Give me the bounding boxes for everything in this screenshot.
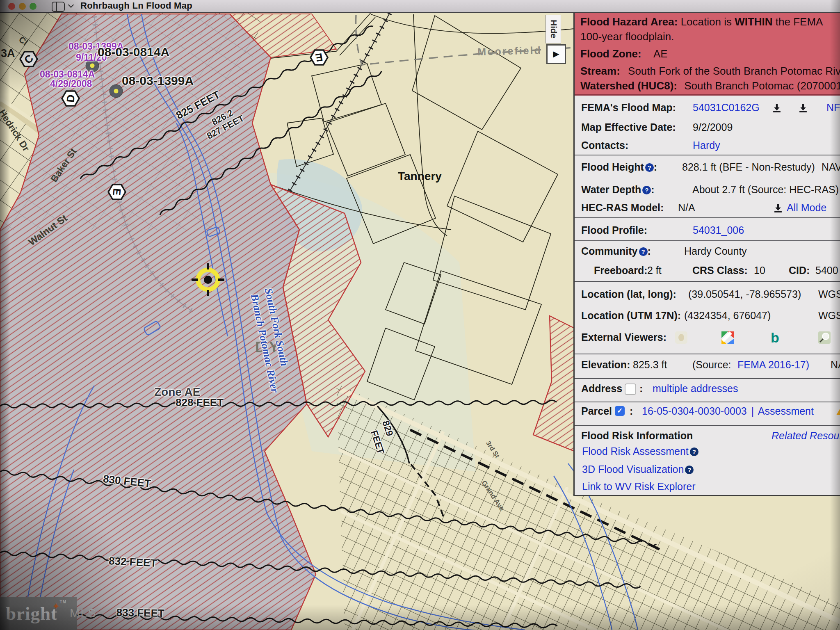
effective-date-label: Map Effective Date: [581,121,676,133]
elevation-label: Elevation: [581,359,630,371]
streetview-icon[interactable] [675,331,687,344]
map-label-3a: 3A [1,47,15,60]
expand-panel-button[interactable]: ▶ [546,44,566,64]
sidebar-toggle-icon[interactable] [52,2,65,12]
flood-3d-visualization-link[interactable]: 3D Flood Visualization [582,463,684,475]
traffic-light-close[interactable] [8,3,15,10]
hazard-area-label: Flood Hazard Area: [580,16,678,28]
contacts-link[interactable]: Hardy [693,139,720,151]
flood-zone-row: Flood Zone: AE [580,48,668,60]
crs-class-label: CRS Class: [692,265,748,276]
hec-ras-row: HEC-RAS Model: N/A All Mode [575,202,840,217]
nfhl-link[interactable]: NFHL [826,102,840,114]
divider [575,425,840,426]
stream-row: Stream: South Fork of the South Branch P… [580,65,840,78]
contacts-row: Contacts: Hardy [575,139,840,154]
divider [575,378,840,379]
assessment-link[interactable]: Assessment [758,405,814,417]
help-icon[interactable]: ? [642,186,651,194]
flood-profile-link[interactable]: 54031_006 [693,224,744,236]
help-icon[interactable]: ? [685,466,694,474]
wv-risk-explorer-link[interactable]: Link to WV Risk Explorer [582,481,695,493]
map-effective-date-row: Map Effective Date: 9/2/2009 [575,121,840,136]
fema-flood-map-row: FEMA's Flood Map: 54031C0162G NFHL [575,102,840,116]
colon: : [630,405,633,417]
elevation-value: 825.3 ft [633,359,667,371]
play-icon: ▶ [553,49,559,58]
flood-zone-value: AE [653,48,668,60]
water-depth-label-text: Water Depth [581,184,641,195]
moorefield-label: Moorefield [477,44,542,58]
cid-value: 5400 [815,265,838,276]
contacts-label: Contacts: [581,139,628,151]
help-icon[interactable]: ? [690,447,698,456]
colon: : [648,245,651,257]
divider [575,155,840,155]
colon: : [654,161,657,173]
elevation-833-label: 833 FEET [116,606,164,620]
window-title: Rohrbaugh Ln Flood Map [80,0,192,11]
location-utm-datum: WGS [818,310,840,322]
fema-flood-map-link[interactable]: 54031C0162G [693,102,760,114]
location-utm-value: (4324354, 676047) [684,310,771,322]
location-latlong-row: Location (lat, long): (39.050541, -78.96… [575,288,840,303]
help-icon[interactable]: ? [645,163,654,172]
parcel-separator: | [751,405,754,417]
flood-height-value: 828.1 ft (BFE - Non-Restudy) [682,161,815,173]
flood-height-datum: NAVD8 [822,161,840,173]
stream-value: South Fork of the South Branch Potomac R… [628,65,840,77]
google-maps-icon[interactable] [721,331,734,344]
hec-ras-label: HEC-RAS Model: [581,202,664,214]
hide-panel-button[interactable]: Hide [546,15,561,43]
stream-label: Stream: [580,65,620,77]
traffic-light-zoom[interactable] [30,3,37,10]
community-label: Community?: [581,245,651,257]
download-icon[interactable] [774,203,782,211]
fema-flood-map-label: FEMA's Flood Map: [581,102,676,114]
flood-risk-heading: Flood Risk Information [581,430,693,442]
bright-mls-watermark: bright✦TM MLS [0,597,77,630]
hazard-area-post: the FEMA [776,16,823,28]
sparkle-icon: ✦ [52,601,60,611]
community-label-text: Community [581,245,638,257]
all-models-link[interactable]: All Mode [787,202,826,214]
related-resources-link[interactable]: Related Resour [772,430,840,442]
bing-maps-icon[interactable]: b [771,331,783,344]
parcel-label: Parcel [581,405,612,417]
help-icon[interactable]: ? [639,247,648,256]
location-latlong-value: (39.050541, -78.965573) [688,288,801,300]
elevation-row: Elevation: 825.3 ft (Source: FEMA 2016-1… [575,359,840,374]
elevation-828-label: 828 FEET [176,396,224,409]
location-utm-label: Location (UTM 17N): [581,310,681,322]
hazard-area-pre: Location is [681,16,732,28]
traffic-light-minimize[interactable] [19,3,26,10]
divider [575,281,840,282]
community-value: Hardy County [684,245,747,257]
trademark-text: TM [60,600,66,604]
download-icon[interactable] [773,103,781,111]
flood-hazard-alert: Flood Hazard Area: Location is WITHIN th… [575,12,840,96]
multiple-addresses-link[interactable]: multiple addresses [653,383,738,395]
brand-suffix: MLS [70,607,97,620]
parcel-id-link[interactable]: 16-05-0304-0030-0003 [642,405,747,417]
map-search-icon[interactable] [818,331,831,344]
address-checkbox[interactable] [625,383,636,395]
parcel-value-group: 16-05-0304-0030-0003 | Assessment [642,405,814,417]
divider [575,354,840,354]
window-title-bar: Rohrbaugh Ln Flood Map [0,0,840,13]
chevron-down-icon[interactable] [68,2,74,8]
elevation-832-label: 832 FEET [108,555,157,570]
location-latlong-label: Location (lat, long): [581,288,676,300]
flood-height-row: Flood Height?: 828.1 ft (BFE - Non-Restu… [575,161,840,176]
flood-risk-assessment-link[interactable]: Flood Risk Assessment [582,445,689,457]
download-icon[interactable] [799,103,807,111]
flood-zone-label: Flood Zone: [580,48,641,60]
parcel-checkbox[interactable]: ✓ [615,406,625,416]
watershed-row: Watershed (HUC8): South Branch Potomac (… [580,80,840,92]
location-latlong-datum: WGS [818,288,840,300]
elevation-source-link[interactable]: FEMA 2016-17) [737,359,809,371]
external-viewers-label: External Viewers: [581,331,667,343]
freeboard-value: 2 ft [647,265,662,276]
hazard-line1: Flood Hazard Area: Location is WITHIN th… [580,16,823,28]
flood-profile-row: Flood Profile: 54031_006 [575,224,840,239]
